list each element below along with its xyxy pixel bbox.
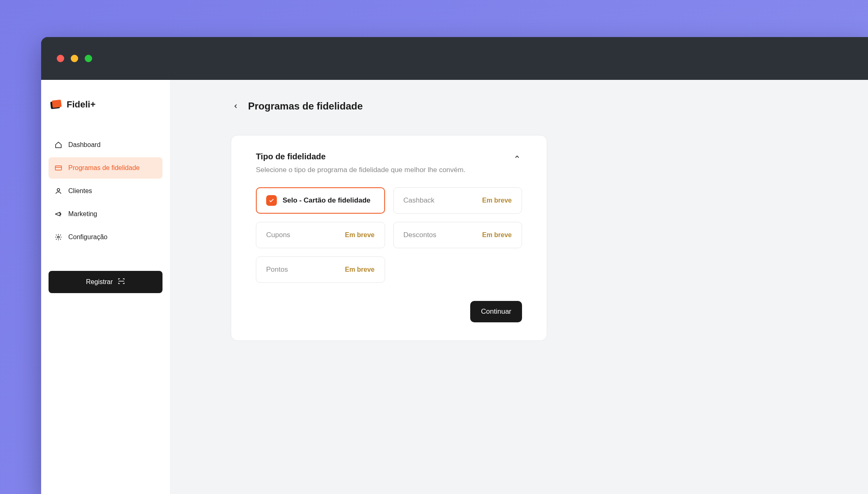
logo: Fideli+	[49, 98, 162, 111]
option-cupons[interactable]: Cupons Em breve	[256, 222, 385, 248]
option-cashback[interactable]: Cashback Em breve	[393, 187, 522, 214]
nav-item-label: Configuração	[68, 233, 107, 241]
logo-icon	[49, 98, 63, 111]
scan-icon	[118, 277, 125, 287]
page-title: Programas de fidelidade	[248, 100, 363, 112]
chevron-up-icon	[514, 154, 520, 160]
page-header: Programas de fidelidade	[231, 100, 868, 112]
card-title: Tipo de fidelidade	[256, 152, 326, 161]
home-icon	[54, 141, 63, 149]
nav-programas[interactable]: Programas de fidelidade	[49, 157, 162, 179]
chevron-left-icon	[232, 103, 239, 110]
nav-item-label: Dashboard	[68, 141, 100, 149]
minimize-window-button[interactable]	[71, 55, 78, 62]
megaphone-icon	[54, 210, 63, 218]
nav-dashboard[interactable]: Dashboard	[49, 134, 162, 156]
register-button[interactable]: Registrar	[49, 271, 162, 293]
option-label: Selo - Cartão de fidelidade	[283, 196, 371, 205]
nav-marketing[interactable]: Marketing	[49, 203, 162, 225]
svg-point-4	[57, 189, 60, 191]
coming-soon-badge: Em breve	[345, 266, 374, 273]
continue-button[interactable]: Continuar	[470, 301, 522, 322]
coming-soon-badge: Em breve	[345, 231, 374, 239]
check-icon	[269, 198, 274, 203]
svg-rect-1	[52, 100, 62, 108]
titlebar	[41, 37, 868, 80]
nav-clientes[interactable]: Clientes	[49, 180, 162, 202]
svg-point-5	[58, 236, 60, 238]
card-header: Tipo de fidelidade	[256, 152, 522, 162]
options-grid: Selo - Cartão de fidelidade Cashback Em …	[256, 187, 522, 283]
gear-icon	[54, 233, 63, 241]
option-selo[interactable]: Selo - Cartão de fidelidade	[256, 187, 385, 214]
nav-configuracao[interactable]: Configuração	[49, 226, 162, 248]
nav: Dashboard Programas de fidelidade	[49, 134, 162, 248]
app-body: Fideli+ Dashboard	[41, 80, 868, 494]
close-window-button[interactable]	[57, 55, 64, 62]
sidebar: Fideli+ Dashboard	[41, 80, 170, 494]
collapse-button[interactable]	[512, 152, 522, 162]
option-label: Pontos	[266, 266, 288, 274]
option-descontos[interactable]: Descontos Em breve	[393, 222, 522, 248]
back-button[interactable]	[231, 101, 241, 111]
main-content: Programas de fidelidade Tipo de fidelida…	[170, 80, 868, 494]
card-icon	[54, 164, 63, 172]
brand-name: Fideli+	[67, 99, 95, 110]
traffic-lights	[57, 55, 92, 62]
nav-item-label: Clientes	[68, 187, 92, 195]
register-label: Registrar	[86, 278, 113, 286]
app-window: Fideli+ Dashboard	[41, 37, 868, 494]
coming-soon-badge: Em breve	[482, 231, 512, 239]
nav-item-label: Programas de fidelidade	[68, 164, 139, 172]
option-label: Descontos	[404, 231, 436, 239]
option-label: Cashback	[404, 196, 435, 205]
type-card: Tipo de fidelidade Selecione o tipo de p…	[231, 135, 547, 341]
card-subtitle: Selecione o tipo de programa de fidelida…	[256, 166, 522, 174]
option-pontos[interactable]: Pontos Em breve	[256, 256, 385, 283]
maximize-window-button[interactable]	[85, 55, 92, 62]
option-label: Cupons	[266, 231, 290, 239]
user-icon	[54, 187, 63, 195]
svg-rect-2	[56, 166, 62, 170]
checkbox-checked	[266, 195, 277, 206]
nav-item-label: Marketing	[68, 210, 97, 218]
coming-soon-badge: Em breve	[482, 197, 512, 204]
card-footer: Continuar	[256, 301, 522, 322]
